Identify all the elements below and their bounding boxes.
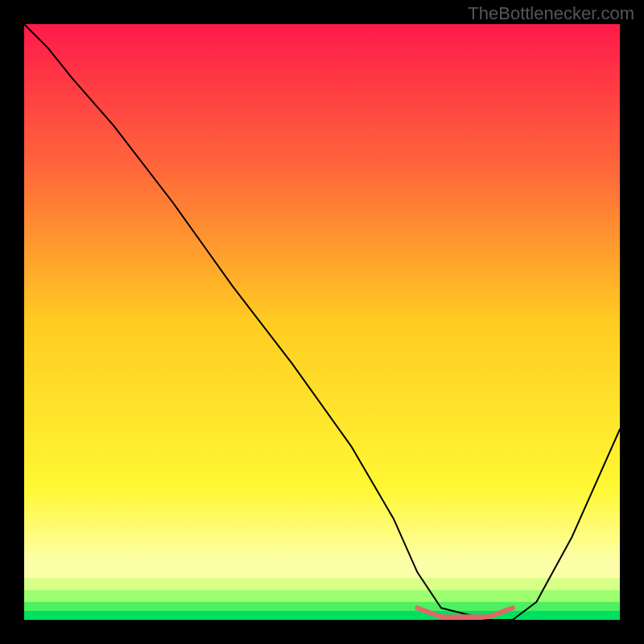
- svg-rect-2: [24, 578, 620, 590]
- watermark-text: TheBottlenecker.com: [468, 3, 634, 24]
- chart-svg: [24, 24, 620, 620]
- bottleneck-chart: [24, 24, 620, 620]
- svg-rect-0: [24, 24, 620, 620]
- svg-rect-1: [24, 560, 620, 578]
- svg-rect-5: [24, 611, 620, 620]
- svg-rect-3: [24, 590, 620, 602]
